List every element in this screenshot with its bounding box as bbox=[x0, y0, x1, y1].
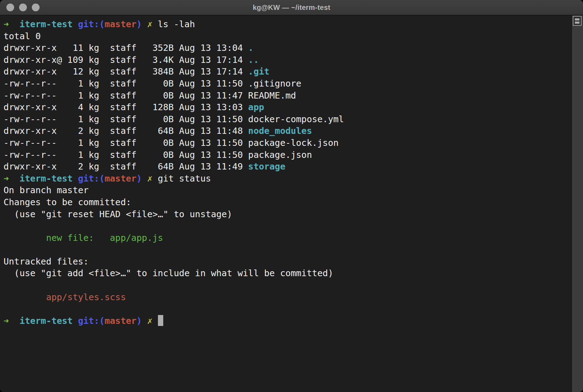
terminal-line: ➜ iterm-test git:(master) ✗ bbox=[4, 315, 572, 327]
terminal-line: drwxr-xr-x@ 109 kg staff 3.4K Aug 13 17:… bbox=[4, 54, 572, 66]
text-segment: ) bbox=[136, 316, 147, 326]
terminal-line bbox=[4, 303, 572, 315]
text-segment: On branch master bbox=[4, 185, 89, 195]
window-title: kg@KW — ~/iterm-test bbox=[0, 0, 583, 15]
text-segment: iterm-test bbox=[19, 19, 78, 29]
text-segment bbox=[4, 292, 46, 302]
scrollbar-track[interactable] bbox=[572, 16, 583, 392]
text-segment: . bbox=[248, 43, 253, 53]
terminal-line: ➜ iterm-test git:(master) ✗ ls -lah bbox=[4, 18, 572, 30]
text-segment: node_modules bbox=[248, 126, 312, 136]
text-segment: master bbox=[105, 173, 136, 184]
text-segment: ) bbox=[136, 19, 147, 29]
terminal-line bbox=[4, 220, 572, 232]
text-segment: ➜ bbox=[4, 19, 19, 29]
terminal-line: total 0 bbox=[4, 30, 572, 42]
text-segment: storage bbox=[248, 161, 285, 172]
text-segment: git:( bbox=[78, 19, 105, 29]
text-segment: -rw-r--r-- 1 kg staff 0B Aug 13 11:50 .g… bbox=[4, 78, 301, 89]
terminal-window: kg@KW — ~/iterm-test ➜ iterm-test git:(m… bbox=[0, 0, 583, 392]
text-segment: iterm-test bbox=[19, 316, 78, 326]
text-segment: .. bbox=[248, 55, 259, 65]
text-segment: Untracked files: bbox=[4, 256, 89, 267]
terminal-line: drwxr-xr-x 2 kg staff 64B Aug 13 11:48 n… bbox=[4, 125, 572, 137]
terminal-line bbox=[4, 244, 572, 256]
text-segment: app bbox=[248, 102, 264, 112]
text-segment: ls -lah bbox=[158, 19, 195, 29]
text-segment: git:( bbox=[78, 316, 105, 326]
text-segment: drwxr-xr-x 4 kg staff 128B Aug 13 13:03 bbox=[4, 102, 248, 112]
text-segment bbox=[4, 233, 46, 243]
text-segment: -rw-r--r-- 1 kg staff 0B Aug 13 11:50 pa… bbox=[4, 150, 312, 160]
scrollbar-button[interactable] bbox=[573, 16, 582, 26]
titlebar[interactable]: kg@KW — ~/iterm-test bbox=[0, 0, 583, 16]
window-shade-icon bbox=[575, 22, 579, 24]
terminal-line: new file: app/app.js bbox=[4, 232, 572, 244]
terminal-cursor bbox=[158, 315, 163, 326]
terminal-line: On branch master bbox=[4, 184, 572, 196]
terminal-line: drwxr-xr-x 4 kg staff 128B Aug 13 13:03 … bbox=[4, 101, 572, 113]
terminal-line: (use "git reset HEAD <file>…" to unstage… bbox=[4, 208, 572, 220]
text-segment: app/styles.scss bbox=[46, 292, 126, 302]
text-segment: drwxr-xr-x 2 kg staff 64B Aug 13 11:48 bbox=[4, 126, 248, 136]
terminal-line: -rw-r--r-- 1 kg staff 0B Aug 13 11:50 pa… bbox=[4, 149, 572, 161]
text-segment: total 0 bbox=[4, 31, 41, 41]
text-segment: drwxr-xr-x 2 kg staff 64B Aug 13 11:49 bbox=[4, 161, 248, 172]
text-segment: -rw-r--r-- 1 kg staff 0B Aug 13 11:50 do… bbox=[4, 114, 344, 124]
text-segment: ✗ bbox=[147, 316, 158, 326]
text-segment: ➜ bbox=[4, 316, 19, 326]
terminal-line: -rw-r--r-- 1 kg staff 0B Aug 13 11:50 pa… bbox=[4, 137, 572, 149]
terminal-line: drwxr-xr-x 11 kg staff 352B Aug 13 13:04… bbox=[4, 42, 572, 54]
text-segment: iterm-test bbox=[19, 173, 78, 184]
text-segment: drwxr-xr-x@ 109 kg staff 3.4K Aug 13 17:… bbox=[4, 55, 248, 65]
terminal-line: Untracked files: bbox=[4, 256, 572, 268]
text-segment: Changes to be committed: bbox=[4, 197, 131, 207]
text-segment: drwxr-xr-x 11 kg staff 352B Aug 13 13:04 bbox=[4, 43, 248, 53]
text-segment: (use "git reset HEAD <file>…" to unstage… bbox=[4, 209, 232, 219]
text-segment: -rw-r--r-- 1 kg staff 0B Aug 13 11:47 RE… bbox=[4, 90, 296, 101]
terminal-line: (use "git add <file>…" to include in wha… bbox=[4, 267, 572, 279]
terminal-line: drwxr-xr-x 12 kg staff 384B Aug 13 17:14… bbox=[4, 66, 572, 78]
terminal-line: -rw-r--r-- 1 kg staff 0B Aug 13 11:50 .g… bbox=[4, 78, 572, 90]
text-segment: git status bbox=[158, 173, 211, 184]
text-segment: ✗ bbox=[147, 173, 158, 184]
terminal-line bbox=[4, 279, 572, 291]
text-segment: drwxr-xr-x 12 kg staff 384B Aug 13 17:14 bbox=[4, 66, 248, 77]
text-segment: ) bbox=[136, 173, 147, 184]
terminal-line: ➜ iterm-test git:(master) ✗ git status bbox=[4, 173, 572, 185]
terminal-screen[interactable]: ➜ iterm-test git:(master) ✗ ls -lahtotal… bbox=[0, 16, 572, 392]
text-segment: ➜ bbox=[4, 173, 19, 184]
terminal-line: -rw-r--r-- 1 kg staff 0B Aug 13 11:50 do… bbox=[4, 113, 572, 125]
terminal-line: Changes to be committed: bbox=[4, 196, 572, 208]
terminal-line: -rw-r--r-- 1 kg staff 0B Aug 13 11:47 RE… bbox=[4, 90, 572, 102]
window-shade-icon bbox=[575, 18, 579, 20]
text-segment: (use "git add <file>…" to include in wha… bbox=[4, 268, 333, 278]
text-segment: master bbox=[105, 19, 136, 29]
terminal-line: drwxr-xr-x 2 kg staff 64B Aug 13 11:49 s… bbox=[4, 161, 572, 173]
text-segment: git:( bbox=[78, 173, 105, 184]
text-segment: master bbox=[105, 316, 136, 326]
text-segment: -rw-r--r-- 1 kg staff 0B Aug 13 11:50 pa… bbox=[4, 138, 338, 148]
text-segment: new file: app/app.js bbox=[46, 233, 163, 243]
text-segment: ✗ bbox=[147, 19, 158, 29]
terminal-line: app/styles.scss bbox=[4, 291, 572, 303]
text-segment: .git bbox=[248, 66, 269, 77]
